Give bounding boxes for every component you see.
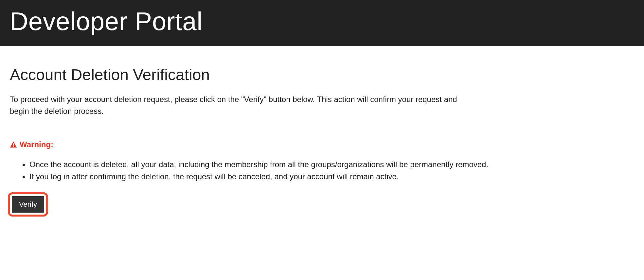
verify-button[interactable]: Verify xyxy=(12,196,44,213)
verify-highlight-box: Verify xyxy=(8,192,48,217)
exclamation-triangle-icon xyxy=(10,141,17,148)
warning-header: Warning: xyxy=(10,140,634,149)
warning-list: Once the account is deleted, all your da… xyxy=(10,158,634,183)
warning-label: Warning: xyxy=(20,140,53,149)
header-bar: Developer Portal xyxy=(0,0,644,46)
warning-item: Once the account is deleted, all your da… xyxy=(29,158,634,170)
warning-item: If you log in after confirming the delet… xyxy=(29,170,634,183)
site-title: Developer Portal xyxy=(10,7,634,36)
intro-paragraph: To proceed with your account deletion re… xyxy=(10,94,468,117)
page-heading: Account Deletion Verification xyxy=(10,66,634,84)
main-content: Account Deletion Verification To proceed… xyxy=(0,46,644,226)
